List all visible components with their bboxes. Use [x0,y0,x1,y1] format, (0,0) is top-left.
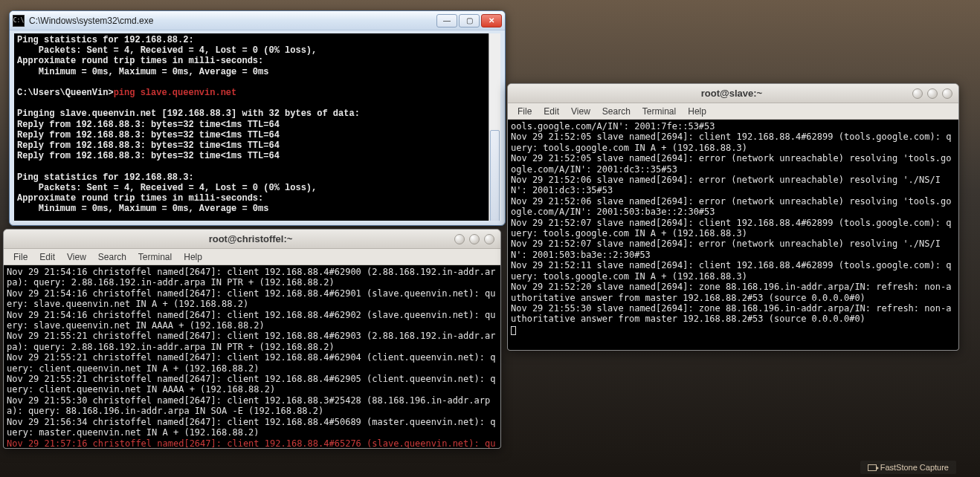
menu-terminal[interactable]: Terminal [637,105,681,118]
cmd-icon: C:\ [13,15,25,27]
slave-output: ools.google.com/A/IN': 2001:7fe::53#53 N… [508,120,958,337]
close-button[interactable] [484,234,494,244]
christoffel-title: root@christoffel:~ [47,233,454,244]
slave-menubar: File Edit View Search Terminal Help [508,103,958,120]
menu-edit[interactable]: Edit [538,105,564,118]
cmd-title: C:\Windows\system32\cmd.exe [29,16,436,26]
christoffel-output: Nov 29 21:54:16 christoffel named[2647]:… [4,265,500,448]
christoffel-titlebar[interactable]: root@christoffel:~ [4,230,500,249]
menu-file[interactable]: File [8,250,33,264]
cmd-body[interactable]: Ping statistics for 192.168.88.2: Packet… [14,33,500,221]
menu-search[interactable]: Search [93,250,132,264]
terminal-cursor [511,326,516,335]
menu-search[interactable]: Search [597,105,636,118]
menu-help[interactable]: Help [178,250,207,264]
taskbar-tray: FastStone Capture [860,461,956,474]
christoffel-menubar: File Edit View Search Terminal Help [4,249,500,265]
menu-edit[interactable]: Edit [34,250,60,264]
minimize-button[interactable] [454,234,465,244]
cmd-titlebar[interactable]: C:\ C:\Windows\system32\cmd.exe — ▢ ✕ [10,11,505,30]
slave-title: root@slave:~ [551,88,912,99]
close-button[interactable] [942,88,952,99]
cmd-scroll-thumb[interactable] [490,130,500,221]
maximize-button[interactable] [927,88,938,99]
tray-faststone-label: FastStone Capture [880,463,949,472]
minimize-button[interactable]: — [436,14,457,27]
menu-file[interactable]: File [512,105,537,118]
close-button[interactable]: ✕ [481,14,502,27]
cmd-scrollbar[interactable] [489,33,500,221]
menu-help[interactable]: Help [683,105,712,118]
menu-terminal[interactable]: Terminal [133,250,177,264]
camera-icon [868,464,877,471]
maximize-button[interactable]: ▢ [459,14,480,27]
maximize-button[interactable] [469,234,480,244]
menu-view[interactable]: View [566,105,596,118]
cmd-output: Ping statistics for 192.168.88.2: Packet… [14,33,500,221]
menu-view[interactable]: View [62,250,91,264]
minimize-button[interactable] [912,88,923,99]
slave-body[interactable]: ools.google.com/A/IN': 2001:7fe::53#53 N… [508,120,958,350]
terminal-christoffel: root@christoffel:~ File Edit View Search… [3,229,501,449]
terminal-slave: root@slave:~ File Edit View Search Termi… [507,83,959,351]
cmd-window: C:\ C:\Windows\system32\cmd.exe — ▢ ✕ Pi… [9,10,506,226]
slave-titlebar[interactable]: root@slave:~ [508,84,958,103]
tray-faststone[interactable]: FastStone Capture [860,461,956,474]
christoffel-body[interactable]: Nov 29 21:54:16 christoffel named[2647]:… [4,265,500,448]
